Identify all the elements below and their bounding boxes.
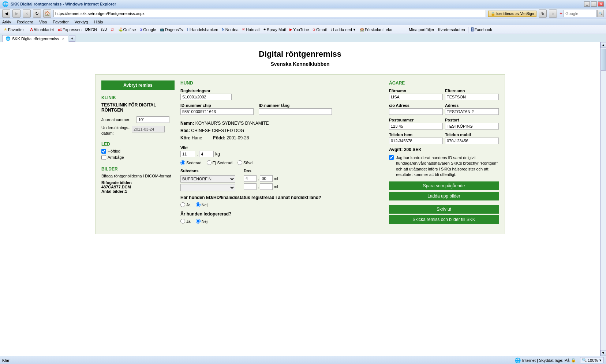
fav-di[interactable]: DI — [109, 27, 116, 32]
registreringsnr-input[interactable] — [180, 94, 232, 100]
fav-forskolan[interactable]: 🏫 Förskolan Leko — [358, 27, 394, 32]
fav-dn[interactable]: DN DN — [84, 27, 98, 32]
stop-button[interactable]: ✕ — [23, 10, 31, 18]
fav-google[interactable]: G Google — [138, 27, 157, 32]
forward-button[interactable]: ▶ — [12, 10, 20, 18]
zoom-control[interactable]: 🔍 100% ▼ — [580, 357, 604, 363]
skriv-ut-button[interactable]: Skriv ut — [389, 205, 499, 214]
dagenstv-icon: 📺 — [160, 27, 164, 31]
fav-nordea[interactable]: N Nordea — [220, 27, 240, 32]
vertical-scrollbar[interactable]: ▲ ▼ — [600, 42, 606, 356]
id-chip-group: ID-nummer chip — [180, 103, 254, 115]
efternamn-input[interactable] — [445, 94, 499, 100]
undersoknings-input[interactable] — [132, 126, 165, 132]
skicka-button[interactable]: Skicka remiss och bilder till SKK — [389, 215, 499, 224]
telefon-mobil-field: Telefon mobil — [445, 132, 499, 144]
refresh-addr-button[interactable]: ↻ — [539, 10, 547, 18]
menu-arkiv[interactable]: Arkiv — [2, 20, 11, 24]
registreringsnr-group: Registreringsnr — [180, 89, 383, 100]
hoftled-checkbox[interactable] — [101, 149, 106, 154]
id-tang-input[interactable] — [259, 108, 332, 115]
back-button[interactable]: ◀ — [2, 10, 10, 18]
fav-favoriter[interactable]: ★ Favoriter — [2, 27, 25, 32]
fav-expressen[interactable]: Ex Expressen — [56, 27, 83, 32]
telefon-mobil-input[interactable] — [445, 138, 499, 144]
id-tang-label: ID-nummer tång — [259, 103, 332, 108]
dos1-dec-input[interactable] — [260, 175, 273, 182]
stop-addr-button[interactable]: ✕ — [549, 10, 557, 18]
menu-hjalp[interactable]: Hjälp — [94, 20, 103, 24]
new-tab-button[interactable]: + — [69, 35, 75, 42]
q2-ja-radio[interactable] — [180, 219, 185, 224]
sovd-radio[interactable] — [237, 160, 242, 165]
postnummer-input[interactable] — [389, 123, 443, 130]
substans1-select[interactable]: BUPRENORFIN — [180, 175, 235, 183]
id-chip-input[interactable] — [180, 108, 254, 115]
scrollbar-thumb[interactable] — [601, 49, 606, 71]
q1-nej-radio[interactable] — [196, 202, 201, 207]
fav-ladda-ned[interactable]: ↓ Ladda ned ▼ — [329, 27, 358, 32]
restore-button[interactable]: □ — [591, 1, 597, 7]
q2-nej-radio[interactable] — [196, 219, 201, 224]
dos2-dec-input[interactable] — [260, 183, 273, 190]
avbryt-remiss-button[interactable]: Avbryt remiss — [101, 80, 175, 90]
ej-sederad-radio[interactable] — [207, 160, 212, 165]
menu-verktyg[interactable]: Verktyg — [75, 20, 88, 24]
ladda-upp-button[interactable]: Ladda upp bilder — [389, 192, 499, 200]
verisign-button[interactable]: 🔒 Identifierad av VeriSign — [488, 11, 536, 17]
fav-hotmail[interactable]: ✉ Hotmail — [241, 27, 261, 32]
tab-skk-rontgen[interactable]: 🌐 SKK Digital röntgenremiss ✕ — [2, 35, 68, 42]
search-button[interactable]: 🔍 — [597, 10, 604, 17]
zoom-separator: | — [577, 358, 579, 363]
fav-golf[interactable]: ⛳ Golf.se — [117, 27, 138, 32]
co-input[interactable] — [389, 108, 443, 115]
adress-input[interactable] — [445, 108, 499, 115]
dos2-int-input[interactable] — [244, 183, 257, 190]
armbage-checkbox[interactable] — [101, 155, 106, 160]
tab-close-icon[interactable]: ✕ — [62, 37, 65, 41]
postort-input[interactable] — [445, 123, 499, 130]
ej-sederad-option[interactable]: Ej Sederad — [207, 160, 232, 165]
q2-nej-option[interactable]: Nej — [196, 219, 208, 224]
fav-dagenstv[interactable]: 📺 DagensTv — [158, 27, 185, 32]
scrollbar-track[interactable] — [601, 48, 606, 350]
address-input[interactable] — [53, 10, 486, 17]
scrollbar-up-button[interactable]: ▲ — [601, 42, 606, 48]
spara-button[interactable]: Spara som pågående — [389, 181, 499, 190]
fornamn-input[interactable] — [389, 94, 443, 100]
q2-ja-option[interactable]: Ja — [180, 219, 191, 224]
q1-nej-option[interactable]: Nej — [196, 202, 208, 207]
fav-spraymail[interactable]: ✦ Spray Mail — [262, 27, 287, 32]
fav-facebook[interactable]: f Facebook — [470, 27, 494, 32]
fav-kvartersakuten[interactable]: Kvartersakuten — [437, 27, 467, 32]
vikt-int-input[interactable] — [180, 151, 195, 157]
sovd-option[interactable]: Sövd — [237, 160, 252, 165]
vikt-dec-input[interactable] — [199, 151, 214, 157]
fav-svd[interactable]: svD — [99, 27, 108, 32]
window-controls[interactable]: _ □ ✕ — [584, 1, 604, 7]
close-button[interactable]: ✕ — [598, 1, 604, 7]
consent-checkbox[interactable] — [389, 155, 394, 160]
search-input[interactable] — [564, 10, 596, 17]
content-scroll[interactable]: Digital röntgenremiss Svenska Kennelklub… — [0, 42, 600, 356]
telefon-hem-input[interactable] — [389, 138, 443, 144]
menu-favoriter[interactable]: Favoriter — [53, 20, 68, 24]
dos1-int-input[interactable] — [244, 175, 257, 182]
fav-gmail[interactable]: G Gmail — [311, 27, 328, 32]
fav-handelsbanken[interactable]: H Handelsbanken — [186, 27, 220, 32]
refresh-button[interactable]: ↻ — [33, 10, 41, 18]
fav-youtube[interactable]: ▶ YouTube — [288, 27, 310, 32]
substans2-select[interactable] — [180, 184, 235, 191]
minimize-button[interactable]: _ — [584, 1, 590, 7]
sederad-option[interactable]: Sederad — [180, 160, 202, 165]
fav-mina-portfoljer[interactable]: Mina portföljer — [407, 27, 436, 32]
menu-redigera[interactable]: Redigera — [17, 20, 33, 24]
home-button[interactable]: 🏠 — [43, 10, 51, 18]
journalnummer-input[interactable] — [136, 116, 169, 123]
q1-ja-radio[interactable] — [180, 202, 185, 207]
sederad-radio[interactable] — [180, 160, 185, 165]
q1-ja-option[interactable]: Ja — [180, 202, 191, 207]
scrollbar-down-button[interactable]: ▼ — [601, 350, 606, 356]
menu-visa[interactable]: Visa — [39, 20, 47, 24]
fav-aftonbladet[interactable]: A Aftonbladet — [29, 27, 55, 32]
